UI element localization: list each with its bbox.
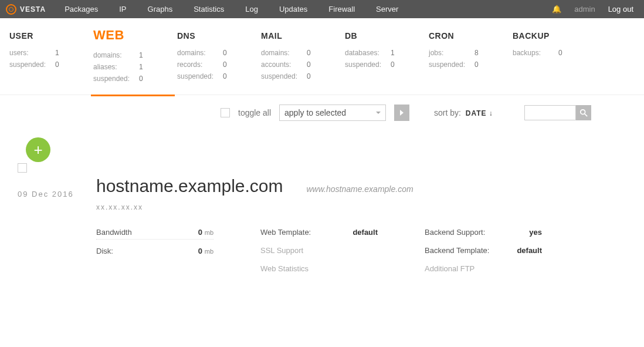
disk-row: Disk: 0 mb [96,247,213,258]
stat-line: suspended:0 [429,60,513,69]
web-template-value: default [352,228,378,237]
stat-key: suspended: [429,60,474,69]
stat-cron[interactable]: CRONjobs:8suspended:0 [429,31,513,86]
stat-value: 0 [139,75,143,83]
nav-firewall[interactable]: Firewall [318,0,365,18]
stat-line: accounts:0 [261,60,345,69]
stat-line: suspended:0 [177,72,261,80]
svg-line-1 [585,114,587,116]
stat-line: domains:0 [261,49,345,57]
backend-support-row: Backend Support: yes [425,228,542,239]
bandwidth-value: 0 [198,228,202,237]
stat-mail[interactable]: MAILdomains:0accounts:0suspended:0 [261,31,345,86]
logo[interactable]: VESTA [0,4,54,15]
stat-value: 0 [223,60,227,69]
row-checkbox[interactable] [18,163,27,173]
logo-swirl-icon [6,4,16,15]
apply-button[interactable] [394,105,409,121]
stat-value: 0 [474,60,479,69]
web-statistics-row: Web Statistics [260,264,378,275]
sort-value: DATE ↓ [466,109,493,117]
stat-value: 0 [558,49,562,57]
backend-template-row: Backend Template: default [425,246,542,257]
stats-row: USERusers:1suspended:0WEBdomains:1aliase… [0,18,644,95]
svg-point-0 [581,110,585,114]
stat-line: jobs:8 [429,49,513,57]
stat-value: 0 [307,60,311,69]
topbar: VESTA Packages IP Graphs Statistics Log … [0,0,644,18]
domain-alias: www.hostname.example.com [307,184,413,194]
stat-key: records: [177,60,223,69]
domain-name[interactable]: hostname.example.com [96,176,283,196]
stat-value: 0 [223,49,227,57]
stat-title: BACKUP [513,31,596,41]
top-right: 🔔 admin Log out [552,5,644,14]
web-template-row: Web Template: default [260,228,378,239]
backend-support-label: Backend Support: [425,228,485,237]
stat-value: 0 [307,72,311,80]
stat-user[interactable]: USERusers:1suspended:0 [9,31,93,86]
brand-text: VESTA [20,5,46,14]
bandwidth-unit: mb [205,229,213,236]
nav-packages[interactable]: Packages [54,0,109,18]
stat-line: aliases:1 [93,63,177,71]
stat-key: suspended: [345,60,391,69]
stat-key: users: [9,49,55,57]
disk-value: 0 [198,247,202,255]
stat-line: suspended:0 [261,72,345,80]
stat-value: 1 [139,51,143,59]
stat-line: users:1 [9,49,93,57]
stat-line: databases:1 [345,49,429,57]
stat-key: suspended: [261,72,307,80]
nav-updates[interactable]: Updates [269,0,318,18]
user-link[interactable]: admin [574,5,595,14]
search-input[interactable] [524,105,576,120]
add-domain-button[interactable]: + [26,137,50,162]
stat-value: 0 [223,72,227,80]
ssl-support-row: SSL Support [260,246,378,257]
top-nav: Packages IP Graphs Statistics Log Update… [54,0,409,18]
nav-server[interactable]: Server [365,0,409,18]
stat-web[interactable]: WEBdomains:1aliases:1suspended:0 [93,31,177,86]
nav-graphs[interactable]: Graphs [137,0,184,18]
stat-title: DB [345,31,429,41]
stat-line: suspended:0 [93,75,177,83]
toggle-all-label[interactable]: toggle all [238,108,271,117]
disk-label: Disk: [96,247,113,255]
domain-details: Bandwidth 0 mb Disk: 0 mb Web Template: … [96,228,644,275]
search-wrap [524,105,591,120]
backend-template-label: Backend Template: [425,246,489,255]
disk-unit: mb [205,248,213,255]
nav-ip[interactable]: IP [109,0,137,18]
nav-log[interactable]: Log [235,0,269,18]
additional-ftp-row: Additional FTP [425,264,542,275]
toggle-all-checkbox[interactable] [221,108,230,117]
search-button[interactable] [576,105,591,120]
search-icon [579,109,588,117]
stat-line: suspended:0 [9,60,93,69]
stat-dns[interactable]: DNSdomains:0records:0suspended:0 [177,31,261,86]
stat-title: MAIL [261,31,345,41]
backend-support-value: yes [529,228,542,237]
sort-label: sort by: [434,108,461,117]
stat-key: suspended: [9,60,55,69]
chevron-right-icon [399,110,405,116]
sort-control[interactable]: sort by: DATE ↓ [434,108,493,117]
stat-db[interactable]: DBdatabases:1suspended:0 [345,31,429,86]
bandwidth-row: Bandwidth 0 mb [96,228,213,240]
stat-key: backups: [513,49,558,57]
stat-title: DNS [177,31,261,41]
stat-line: records:0 [177,60,261,69]
bulk-action-select[interactable]: apply to selected [279,105,386,121]
stat-title: USER [9,31,93,41]
stat-value: 1 [391,49,395,57]
stat-backup[interactable]: BACKUPbackups:0 [513,31,596,86]
stat-key: accounts: [261,60,307,69]
logout-link[interactable]: Log out [608,5,633,14]
stat-key: suspended: [177,72,223,80]
stat-title: CRON [429,31,513,41]
nav-statistics[interactable]: Statistics [183,0,235,18]
stat-key: suspended: [93,75,139,83]
bell-icon[interactable]: 🔔 [552,5,561,14]
web-statistics-label: Web Statistics [260,264,309,273]
